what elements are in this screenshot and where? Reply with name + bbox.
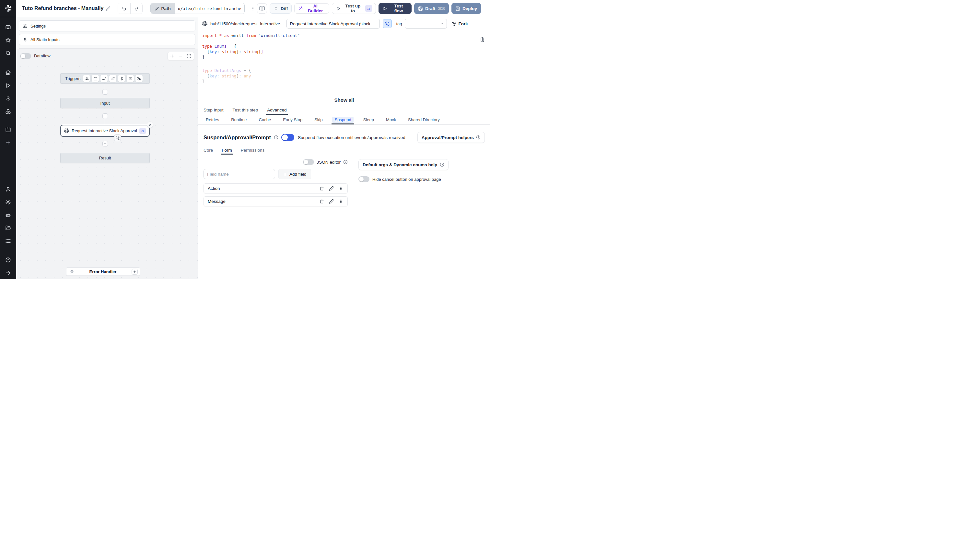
add-plus-icon[interactable] (5, 140, 11, 146)
hub-script-path[interactable]: hub/11500/slack/request_interactive... (210, 21, 284, 26)
schedules-calendar-icon[interactable] (5, 127, 11, 133)
save-draft-button[interactable]: Draft ⌘S (414, 3, 449, 14)
edit-field-pencil-icon[interactable] (329, 186, 334, 191)
suspend-enabled-toggle[interactable] (281, 134, 294, 141)
form-field-row-action[interactable]: Action (204, 184, 348, 194)
settings-gear-icon[interactable] (5, 199, 11, 205)
fit-view-button[interactable] (187, 54, 192, 59)
ai-builder-button[interactable]: AI Builder (294, 3, 329, 14)
user-icon[interactable] (5, 186, 11, 192)
tab-step-input[interactable]: Step Input (204, 105, 223, 115)
copy-code-clipboard-icon[interactable] (479, 37, 486, 43)
show-all-button[interactable]: Show all (198, 97, 490, 103)
json-editor-toggle[interactable] (303, 159, 314, 165)
dataflow-toggle[interactable] (20, 53, 31, 59)
zoom-out-button[interactable] (178, 54, 184, 59)
suspend-phone-incoming-button[interactable] (383, 19, 392, 28)
fork-button[interactable]: Fork (452, 21, 468, 26)
delete-step-x-icon[interactable] (147, 121, 153, 128)
path-input[interactable] (175, 3, 245, 14)
trigger-websocket-icon[interactable] (109, 75, 117, 82)
subtab-runtime[interactable]: Runtime (229, 115, 249, 125)
trigger-schedule-icon[interactable] (92, 75, 99, 82)
variables-dollar-icon[interactable] (5, 95, 11, 102)
subtab-skip[interactable]: Skip (312, 115, 325, 125)
tab-advanced[interactable]: Advanced (267, 105, 286, 115)
form-field-row-message[interactable]: Message (204, 196, 348, 207)
step-name-input[interactable] (286, 19, 380, 28)
error-handler-node[interactable]: Error Handler (66, 268, 140, 276)
delete-field-trash-icon[interactable] (319, 199, 324, 204)
all-static-inputs-button[interactable]: All Static Inputs (19, 34, 195, 45)
drag-field-grip-icon[interactable] (339, 186, 343, 191)
hide-cancel-toggle[interactable] (358, 176, 369, 182)
subtab-early-stop[interactable]: Early Stop (281, 115, 305, 125)
subtab-sleep[interactable]: Sleep (361, 115, 376, 125)
diff-button[interactable]: Diff (270, 3, 292, 14)
input-node[interactable]: Input (60, 98, 150, 108)
default-args-help-button[interactable]: Default args & Dynamic enums help (358, 159, 448, 170)
add-field-button[interactable]: Add field (278, 169, 311, 179)
search-icon[interactable] (5, 50, 11, 56)
add-step-button[interactable] (102, 89, 108, 95)
folders-icon[interactable] (5, 225, 11, 231)
help-circle-icon (476, 135, 481, 140)
edit-title-pencil-icon[interactable] (106, 6, 110, 11)
keyboard-shortcuts-icon[interactable] (5, 24, 11, 30)
flow-canvas[interactable]: Triggers Input Request Interactive Slack… (16, 62, 198, 279)
docs-book-button[interactable] (257, 3, 267, 14)
tab-permissions[interactable]: Permissions (241, 146, 265, 154)
tab-core[interactable]: Core (204, 146, 213, 154)
info-icon[interactable] (343, 160, 348, 164)
runs-play-icon[interactable] (5, 83, 11, 89)
more-options-kebab-icon[interactable] (249, 3, 257, 14)
expand-sidebar-arrow-icon[interactable] (5, 270, 11, 276)
code-preview[interactable]: import * as wmill from "windmill-client"… (198, 30, 490, 105)
test-flow-button[interactable]: Test flow (379, 3, 412, 14)
tab-form[interactable]: Form (222, 146, 232, 154)
edit-field-pencil-icon[interactable] (329, 199, 334, 204)
trigger-email-icon[interactable] (127, 75, 134, 82)
drag-field-grip-icon[interactable] (339, 199, 343, 204)
add-step-button[interactable] (102, 141, 108, 146)
info-icon[interactable] (274, 135, 278, 140)
slack-icon (64, 128, 69, 133)
home-icon[interactable] (5, 70, 11, 75)
chevron-down-icon (440, 22, 444, 26)
subtab-shared-directory[interactable]: Shared Directory (406, 115, 442, 125)
windmill-logo[interactable] (0, 0, 16, 17)
add-error-handler-button[interactable] (131, 269, 138, 275)
canvas-zoom-controls (167, 52, 194, 60)
subtab-mock[interactable]: Mock (384, 115, 398, 125)
tab-test-this-step[interactable]: Test this step (233, 105, 258, 115)
test-up-to-button[interactable]: Test up to a (332, 3, 376, 14)
help-icon[interactable] (5, 257, 11, 263)
sliders-icon (23, 24, 28, 28)
trigger-kafka-icon[interactable] (118, 75, 125, 82)
triggers-node[interactable]: Triggers (60, 73, 150, 84)
favorites-star-icon[interactable] (5, 37, 11, 43)
tag-select[interactable] (405, 19, 447, 28)
add-step-button[interactable] (102, 113, 108, 119)
subtab-suspend[interactable]: Suspend (332, 115, 353, 125)
trigger-webhook-icon[interactable] (83, 75, 90, 82)
subtab-cache[interactable]: Cache (257, 115, 274, 125)
flow-settings-button[interactable]: Settings (19, 20, 195, 31)
trigger-scheduled-poll-icon[interactable] (135, 75, 143, 82)
subtab-retries[interactable]: Retries (204, 115, 222, 125)
slack-approval-step-node[interactable]: Request Interactive Slack Approval (... … (60, 125, 150, 137)
zoom-in-button[interactable] (170, 54, 175, 59)
result-node[interactable]: Result (60, 153, 150, 163)
redo-button[interactable] (130, 3, 143, 14)
play-icon (382, 6, 387, 11)
approval-prompt-helpers-button[interactable]: Approval/Prompt helpers (417, 132, 485, 143)
logs-list-icon[interactable] (5, 238, 11, 244)
workers-robot-icon[interactable] (5, 212, 11, 218)
trigger-http-route-icon[interactable] (100, 75, 108, 82)
field-name-input[interactable] (204, 169, 275, 179)
delete-field-trash-icon[interactable] (319, 186, 324, 191)
undo-button[interactable] (118, 3, 130, 14)
resources-boxes-icon[interactable] (5, 108, 11, 114)
deploy-button[interactable]: Deploy (451, 3, 481, 14)
path-button[interactable]: Path (151, 3, 174, 14)
